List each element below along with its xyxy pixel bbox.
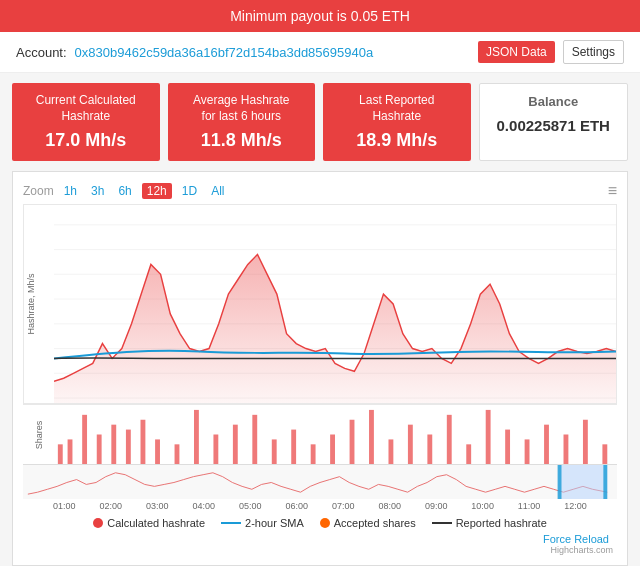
average-hashrate-label: Average Hashratefor last 6 hours — [178, 93, 306, 124]
stats-row: Current CalculatedHashrate 17.0 Mh/s Ave… — [0, 73, 640, 171]
account-address: 0x830b9462c59da36a16bf72d154ba3dd8569594… — [75, 45, 470, 60]
x-label-7: 07:00 — [332, 501, 355, 511]
zoom-1h-button[interactable]: 1h — [60, 183, 81, 199]
legend-sma: 2-hour SMA — [221, 517, 304, 529]
last-reported-card: Last ReportedHashrate 18.9 Mh/s — [323, 83, 471, 161]
current-hashrate-card: Current CalculatedHashrate 17.0 Mh/s — [12, 83, 160, 161]
json-data-button[interactable]: JSON Data — [478, 41, 555, 63]
svg-rect-46 — [544, 425, 549, 464]
svg-rect-38 — [388, 440, 393, 465]
shares-svg: 7.5 5 2.5 — [53, 405, 617, 464]
hashrate-chart: Hashrate, Mh/s 80 70 60 50 40 30 20 10 — [23, 204, 617, 404]
svg-rect-44 — [505, 430, 510, 464]
legend-dot-calculated — [93, 518, 103, 528]
last-reported-value: 18.9 Mh/s — [333, 130, 461, 151]
legend-calculated-hashrate: Calculated hashrate — [93, 517, 205, 529]
svg-rect-22 — [97, 435, 102, 465]
svg-rect-34 — [311, 445, 316, 465]
svg-rect-49 — [602, 445, 607, 465]
svg-rect-33 — [291, 430, 296, 464]
shares-chart: Shares 7.5 5 2.5 — [23, 404, 617, 464]
x-label-6: 06:00 — [285, 501, 308, 511]
zoom-all-button[interactable]: All — [207, 183, 228, 199]
svg-rect-43 — [486, 410, 491, 464]
legend-line-sma — [221, 522, 241, 524]
svg-rect-21 — [82, 415, 87, 464]
force-reload-button[interactable]: Force Reload — [543, 533, 613, 545]
y-axis-title: Hashrate, Mh/s — [26, 274, 36, 335]
legend-label-reported: Reported hashrate — [456, 517, 547, 529]
legend-accepted-shares: Accepted shares — [320, 517, 416, 529]
balance-label: Balance — [490, 94, 618, 111]
minimum-payout-banner: Minimum payout is 0.05 ETH — [0, 0, 640, 32]
shares-y-label: Shares — [34, 420, 44, 449]
navigator-chart[interactable] — [23, 464, 617, 499]
svg-rect-42 — [466, 445, 471, 465]
svg-rect-36 — [350, 420, 355, 464]
banner-text: Minimum payout is 0.05 ETH — [230, 8, 410, 24]
zoom-3h-button[interactable]: 3h — [87, 183, 108, 199]
svg-rect-30 — [233, 425, 238, 464]
svg-rect-50 — [559, 465, 608, 499]
chart-menu-icon[interactable]: ≡ — [608, 182, 617, 200]
svg-rect-39 — [408, 425, 413, 464]
svg-rect-35 — [330, 435, 335, 465]
svg-rect-23 — [111, 425, 116, 464]
x-label-1: 01:00 — [53, 501, 76, 511]
navigator-svg — [23, 465, 617, 499]
svg-rect-40 — [427, 435, 432, 465]
svg-rect-32 — [272, 440, 277, 465]
zoom-controls: Zoom 1h 3h 6h 12h 1D All ≡ — [23, 182, 617, 200]
current-hashrate-label: Current CalculatedHashrate — [22, 93, 150, 124]
zoom-1d-button[interactable]: 1D — [178, 183, 201, 199]
svg-rect-25 — [141, 420, 146, 464]
x-label-10: 10:00 — [471, 501, 494, 511]
hashrate-svg: 80 70 60 50 40 30 20 10 — [54, 205, 616, 403]
chart-container: Zoom 1h 3h 6h 12h 1D All ≡ Hashrate, Mh/… — [12, 171, 628, 566]
svg-rect-31 — [252, 415, 257, 464]
highcharts-credit: Highcharts.com — [23, 545, 617, 555]
zoom-label: Zoom — [23, 184, 54, 198]
chart-legend: Calculated hashrate 2-hour SMA Accepted … — [23, 511, 617, 531]
x-label-5: 05:00 — [239, 501, 262, 511]
x-label-9: 09:00 — [425, 501, 448, 511]
legend-line-reported — [432, 522, 452, 524]
account-bar: Account: 0x830b9462c59da36a16bf72d154ba3… — [0, 32, 640, 73]
svg-rect-52 — [603, 465, 607, 499]
x-label-11: 11:00 — [518, 501, 541, 511]
svg-rect-20 — [68, 440, 73, 465]
last-reported-label: Last ReportedHashrate — [333, 93, 461, 124]
account-label: Account: — [16, 45, 67, 60]
legend-reported-hashrate: Reported hashrate — [432, 517, 547, 529]
current-hashrate-value: 17.0 Mh/s — [22, 130, 150, 151]
x-label-8: 08:00 — [378, 501, 401, 511]
settings-button[interactable]: Settings — [563, 40, 624, 64]
svg-rect-45 — [525, 440, 530, 465]
average-hashrate-card: Average Hashratefor last 6 hours 11.8 Mh… — [168, 83, 316, 161]
x-label-4: 04:00 — [192, 501, 215, 511]
legend-label-calculated: Calculated hashrate — [107, 517, 205, 529]
x-label-3: 03:00 — [146, 501, 169, 511]
balance-value: 0.00225871 ETH — [490, 117, 618, 134]
svg-rect-41 — [447, 415, 452, 464]
svg-rect-26 — [155, 440, 160, 465]
svg-rect-28 — [194, 410, 199, 464]
svg-rect-47 — [564, 435, 569, 465]
svg-rect-51 — [558, 465, 562, 499]
svg-rect-19 — [58, 445, 63, 465]
legend-label-sma: 2-hour SMA — [245, 517, 304, 529]
svg-rect-37 — [369, 410, 374, 464]
legend-label-shares: Accepted shares — [334, 517, 416, 529]
zoom-6h-button[interactable]: 6h — [114, 183, 135, 199]
svg-rect-29 — [213, 435, 218, 465]
svg-rect-24 — [126, 430, 131, 464]
svg-rect-27 — [175, 445, 180, 465]
svg-rect-48 — [583, 420, 588, 464]
legend-dot-shares — [320, 518, 330, 528]
average-hashrate-value: 11.8 Mh/s — [178, 130, 306, 151]
x-label-2: 02:00 — [99, 501, 122, 511]
x-axis: 01:00 02:00 03:00 04:00 05:00 06:00 07:0… — [23, 499, 617, 511]
balance-card: Balance 0.00225871 ETH — [479, 83, 629, 161]
x-label-12: 12:00 — [564, 501, 587, 511]
zoom-12h-button[interactable]: 12h — [142, 183, 172, 199]
